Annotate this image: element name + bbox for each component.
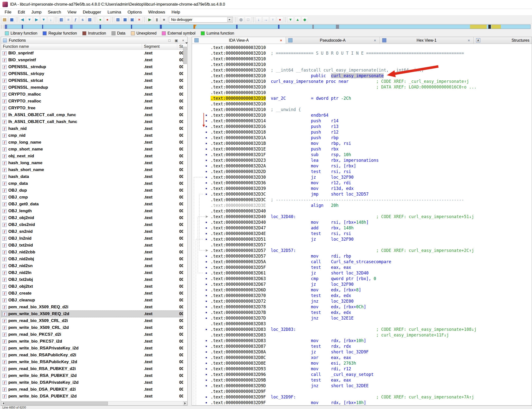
disasm-line[interactable]: .text:0000000000032D93 mov rdi, r12 — [192, 366, 532, 372]
function-row[interactable]: fOPENSSL_strlcat.text00 — [1, 77, 183, 84]
horizontal-scroll-thumb[interactable] — [5, 402, 108, 405]
disasm-line[interactable]: .text:0000000000032D47 add rbx, 148h — [192, 225, 532, 231]
function-row[interactable]: fhash_long_name.text00 — [1, 160, 183, 166]
structures-view-icon[interactable]: ▧ — [87, 16, 93, 23]
function-row[interactable]: fOBJ_length.text00 — [1, 208, 183, 214]
function-row[interactable]: fOPENSSL_strndup.text00 — [1, 63, 183, 70]
functions-panel-titlebar[interactable]: Functions □ ▣ × — [1, 37, 187, 44]
reanalyze-icon[interactable]: ● — [97, 16, 103, 23]
function-row[interactable]: fOBJ_nid2cbb.text00 — [1, 249, 183, 256]
attach-process-icon[interactable]: ◎ — [238, 16, 244, 23]
disasm-line[interactable]: .text:0000000000032D5F test eax, eax — [192, 265, 532, 270]
functions-vertical-scrollbar[interactable] — [183, 44, 187, 49]
panel-close-button[interactable]: × — [181, 38, 185, 43]
disasm-line[interactable]: .text:0000000000032D51 jz loc_32F90 — [192, 236, 532, 242]
function-row[interactable]: fOBJ_nid2obj.text00 — [1, 256, 183, 262]
disasm-line[interactable]: .text:0000000000032D9B test eax, eax — [192, 377, 532, 383]
disasm-line[interactable]: .text:0000000000032D36 mov r12, rdi — [192, 180, 532, 186]
function-row[interactable]: fBIO_vsnprintf.text00 — [1, 57, 183, 63]
tab-close-icon[interactable]: × — [373, 38, 377, 42]
function-row[interactable]: fpem_write_bio_RSAPublicKey_i2d.text00 — [1, 359, 183, 365]
function-row[interactable]: fCRYPTO_free.text00 — [1, 105, 183, 112]
patch-program-icon[interactable]: ▩ — [122, 16, 128, 23]
function-row[interactable]: fpem_read_bio_RSAPublicKey_d2i.text00 — [1, 352, 183, 359]
menu-item-windows[interactable]: Windows — [145, 9, 168, 15]
tab-close-icon[interactable]: × — [279, 38, 283, 42]
disasm-line[interactable]: .text:0000000000032D83 mov rdx, [rbx+10h… — [192, 338, 532, 344]
disasm-line[interactable]: .text:0000000000032D14 push r14 — [192, 118, 532, 124]
disasm-line[interactable]: .text:0000000000032D96 call _curl_easy_s… — [192, 372, 532, 377]
disasm-line[interactable]: .text:0000000000032D10 ; DATA XREF: LOAD… — [192, 84, 532, 90]
disasm-line[interactable]: .text:0000000000032D1B mov rbp, rsi — [192, 141, 532, 146]
disasm-line[interactable]: .text:0000000000032D1E push rbx — [192, 146, 532, 152]
nav-forward-list-icon[interactable]: ▼ — [40, 16, 47, 23]
options-icon[interactable]: ▣ — [129, 16, 135, 23]
debugger-pause-icon[interactable]: ▮ — [154, 16, 160, 23]
disasm-line[interactable]: .text:0000000000032D6D mov edx, [rbx+8] — [192, 287, 532, 293]
disasm-line[interactable]: .text:0000000000032D7B test edx, edx — [192, 310, 532, 315]
column-start[interactable]: St — [177, 44, 183, 50]
step-over-icon[interactable]: → — [263, 16, 269, 23]
menu-item-file[interactable]: File — [1, 9, 14, 15]
disasm-line[interactable]: .text:0000000000032D40 loc_32D40: ; CODE… — [192, 214, 532, 220]
disasm-line[interactable]: .text:0000000000032D2D test rsi, rsi — [192, 169, 532, 174]
analysis-indicator-icon[interactable]: ● — [104, 16, 111, 23]
menu-item-lumina[interactable]: Lumina — [104, 9, 124, 15]
disasm-line[interactable]: .text:0000000000032D57 — [192, 242, 532, 248]
nav-forward-icon[interactable]: ▶ — [33, 16, 40, 23]
disasm-line[interactable]: .text:0000000000032D10 var_2C = dword pt… — [192, 96, 532, 101]
disasm-line[interactable]: .text:0000000000032D70 test edx, edx — [192, 293, 532, 298]
function-row[interactable]: fCRYPTO_malloc.text00 — [1, 91, 183, 98]
function-row[interactable]: fpem_write_bio_RSA_PUBKEY_i2d.text00 — [1, 372, 183, 379]
function-row[interactable]: fpem_write_bio_RSAPrivateKey_i2d.text00 — [1, 345, 183, 352]
function-row[interactable]: fOBJ_cleanup.text00 — [1, 297, 183, 304]
menu-item-view[interactable]: View — [64, 9, 80, 15]
disasm-line[interactable]: .text:0000000000032D2A mov rsi, [rbx] — [192, 163, 532, 169]
disasm-line[interactable]: .text:0000000000032D10 ; __unwind { — [192, 107, 532, 112]
function-row[interactable]: fBIO_snprintf.text00 — [1, 50, 183, 57]
disasm-line[interactable]: .text:0000000000032D9F mov rdx, [rbx+18h… — [192, 400, 532, 405]
disasm-line[interactable]: .text:0000000000032D87 test rdx, rdx — [192, 344, 532, 349]
disasm-line[interactable]: .text:0000000000032D1A push rbp — [192, 135, 532, 141]
function-row[interactable]: fOBJ_dup.text00 — [1, 187, 183, 194]
scroll-left-icon[interactable] — [1, 401, 5, 405]
function-row[interactable]: fOPENSSL_strlcpy.text00 — [1, 70, 183, 77]
menu-item-options[interactable]: Options — [124, 9, 145, 15]
function-row[interactable]: fhash_nid.text00 — [1, 125, 183, 132]
disasm-line[interactable]: .text:0000000000032D10 — [192, 45, 532, 50]
lumina-push-icon[interactable]: ▲ — [294, 16, 301, 23]
cancel-icon[interactable]: × — [136, 16, 142, 23]
menu-item-jump[interactable]: Jump — [28, 9, 45, 15]
disasm-line[interactable]: .text:0000000000032D61 jz short loc_32D4… — [192, 270, 532, 276]
function-row[interactable]: fhash_short_name.text00 — [1, 166, 183, 173]
disasm-line[interactable]: .text:0000000000032D9F loc_32D9F: ; CODE… — [192, 394, 532, 400]
function-row[interactable]: fOBJ_txt2obj.text00 — [1, 276, 183, 283]
function-row[interactable]: fpem_write_bio_PKCS7_i2d.text00 — [1, 338, 183, 345]
disasm-line[interactable]: .text:0000000000032D10 — [192, 56, 532, 62]
disasm-line[interactable]: .text:0000000000032D10 public curl_easy_… — [192, 73, 532, 79]
function-row[interactable]: fcmp_data.text00 — [1, 180, 183, 187]
segments-view-icon[interactable]: ▥ — [58, 16, 64, 23]
function-row[interactable]: fobj_next_nid.text00 — [1, 153, 183, 160]
column-function-name[interactable]: Function name — [1, 44, 142, 50]
tab-ida-view-a[interactable]: IDA View-A× — [192, 37, 286, 44]
disasm-line[interactable]: .text:0000000000032D78 mov edx, [rbx+0Ch… — [192, 304, 532, 310]
function-row[interactable]: fpem_write_bio_DSAPrivateKey_i2d.text00 — [1, 379, 183, 386]
disasm-line[interactable]: .text:0000000000032D39 mov r13d, edx — [192, 186, 532, 191]
function-row[interactable]: fOBJ_sn2nid.text00 — [1, 228, 183, 235]
disasm-line[interactable]: .text:0000000000032D67 jz loc_32F90 — [192, 282, 532, 287]
disasm-line[interactable]: .text:0000000000032D57 loc_32D57: ; CODE… — [192, 248, 532, 253]
disasm-line[interactable]: .text:0000000000032D5A call Curl_safe_st… — [192, 259, 532, 265]
disasm-line[interactable]: .text:0000000000032D9D jnz short loc_32D… — [192, 383, 532, 389]
disasm-line[interactable]: .text:0000000000032D10 curl_easy_imperso… — [192, 79, 532, 84]
debugger-select[interactable]: No debugger — [169, 17, 233, 23]
function-row[interactable]: fOBJ_cmp.text00 — [1, 194, 183, 201]
panel-dock-button[interactable]: ▣ — [174, 38, 178, 43]
functions-view-icon[interactable]: ƒ — [72, 16, 79, 23]
toolbar-grip[interactable] — [1, 25, 3, 29]
tab-structures[interactable]: AStructures× — [474, 37, 532, 44]
functions-horizontal-scrollbar[interactable] — [1, 401, 187, 405]
function-row[interactable]: flh_ASN1_OBJECT_call_cmp_func.text00 — [1, 112, 183, 118]
strings-view-icon[interactable]: s — [79, 16, 86, 23]
names-view-icon[interactable]: ≡ — [65, 16, 72, 23]
